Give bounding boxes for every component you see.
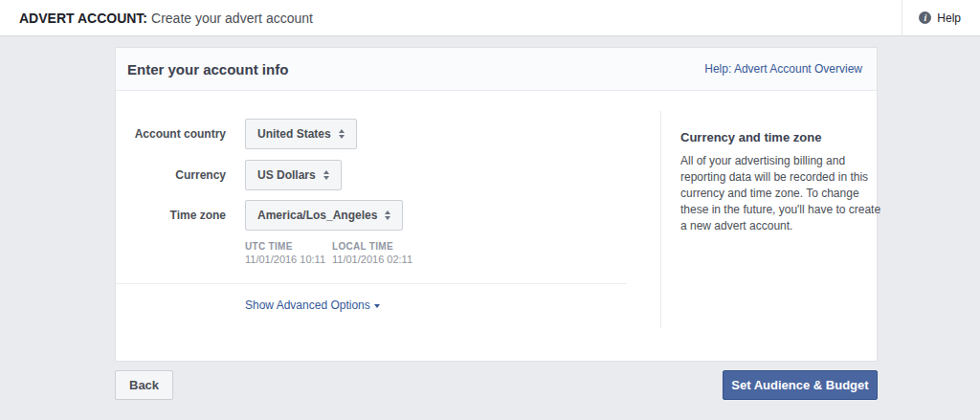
form-divider [116,283,627,284]
time-zone-value: America/Los_Angeles [257,209,377,222]
advert-account-overview-link[interactable]: Help: Advert Account Overview [704,62,862,76]
breadcrumb-page: Create your advert account [151,11,313,26]
set-audience-budget-button[interactable]: Set Audience & Budget [723,370,878,400]
breadcrumb: ADVERT ACCOUNT:Create your advert accoun… [19,11,313,26]
back-button[interactable]: Back [115,370,173,400]
currency-timezone-help-panel: Currency and time zone All of your adver… [680,130,881,234]
select-arrows-icon [339,129,345,139]
info-icon: i [919,11,931,24]
help-button-label: Help [937,11,961,25]
currency-label: Currency [116,160,226,190]
card-title: Enter your account info [127,61,288,77]
local-time-column: LOCAL TIME 11/01/2016 02:11 [332,241,412,265]
card-header: Enter your account info Help: Advert Acc… [116,48,877,91]
time-zone-label: Time zone [116,200,226,231]
select-arrows-icon [385,210,390,220]
show-advanced-options-label: Show Advanced Options [245,298,370,312]
help-panel-body: All of your advertising billing and repo… [680,153,881,234]
select-arrows-icon [323,170,329,180]
vertical-divider [660,111,661,328]
account-country-value: United States [257,127,331,141]
caret-down-icon [374,304,380,308]
account-country-select[interactable]: United States [245,119,357,149]
help-panel-title: Currency and time zone [680,130,881,144]
topbar: ADVERT ACCOUNT:Create your advert accoun… [0,0,980,36]
show-advanced-options-link[interactable]: Show Advanced Options [245,298,380,312]
utc-time-label: UTC TIME [245,241,325,252]
currency-value: US Dollars [257,168,316,182]
help-button[interactable]: i Help [919,11,961,25]
currency-select[interactable]: US Dollars [245,160,342,190]
topbar-divider [902,0,902,36]
page: ADVERT ACCOUNT:Create your advert accoun… [0,0,980,420]
breadcrumb-section: ADVERT ACCOUNT: [19,11,147,26]
account-country-label: Account country [116,119,226,149]
topbar-right: i Help [902,0,980,35]
local-time-value: 11/01/2016 02:11 [332,254,412,265]
account-info-card: Enter your account info Help: Advert Acc… [115,47,878,362]
utc-time-column: UTC TIME 11/01/2016 10:11 [245,241,325,265]
time-preview: UTC TIME 11/01/2016 10:11 LOCAL TIME 11/… [245,241,412,265]
local-time-label: LOCAL TIME [332,241,412,252]
utc-time-value: 11/01/2016 10:11 [245,254,325,265]
time-zone-select[interactable]: America/Los_Angeles [245,200,403,231]
